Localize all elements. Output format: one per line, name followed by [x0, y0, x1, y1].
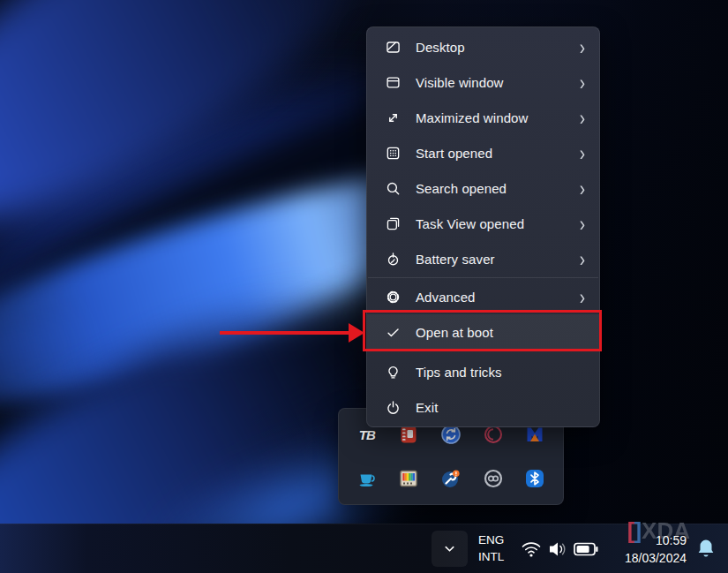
maximize-arrow-icon: [386, 110, 401, 125]
volume-icon[interactable]: [547, 539, 568, 559]
menu-item-maximized-window[interactable]: Maximized window ›: [367, 100, 599, 135]
menu-item-label: Tips and tricks: [416, 365, 585, 380]
lightbulb-icon: [386, 365, 401, 380]
menu-divider: [368, 277, 598, 278]
wifi-icon[interactable]: [521, 540, 542, 558]
menu-item-battery-saver[interactable]: Battery saver ›: [367, 241, 599, 276]
chevron-right-icon: ›: [580, 213, 585, 234]
chevron-right-icon: ›: [580, 142, 585, 163]
menu-item-label: Visible window: [416, 75, 580, 90]
repair-tool-icon[interactable]: [438, 465, 464, 492]
annotation-arrow-head: [349, 323, 364, 343]
menu-item-label: Advanced: [416, 290, 580, 305]
start-menu-icon: [386, 146, 401, 161]
taskbar: []XDA ENG INTL 10:59 18/03/2024: [0, 524, 728, 573]
chevron-right-icon: ›: [580, 72, 585, 93]
show-hidden-icons-button[interactable]: [432, 531, 468, 567]
menu-item-label: Start opened: [416, 146, 580, 161]
menu-item-exit[interactable]: Exit: [367, 389, 599, 425]
menu-item-label: Open at boot: [416, 325, 585, 340]
menu-item-label: Task View opened: [416, 216, 580, 231]
chevron-right-icon: ›: [580, 248, 585, 269]
coffee-cup-icon[interactable]: [354, 465, 380, 492]
window-icon: [386, 75, 401, 90]
menu-item-desktop[interactable]: Desktop ›: [367, 29, 599, 64]
menu-item-tips-and-tricks[interactable]: Tips and tricks: [367, 354, 599, 389]
checkmark-icon: [386, 325, 401, 340]
menu-item-open-at-boot[interactable]: Open at boot: [367, 314, 599, 351]
gear-icon: [386, 290, 401, 305]
thunderbird-icon-label: TB: [359, 427, 375, 442]
menu-item-search-opened[interactable]: Search opened ›: [367, 170, 599, 206]
creative-cloud-icon[interactable]: [480, 465, 507, 492]
bluetooth-icon[interactable]: [522, 465, 548, 492]
menu-item-advanced[interactable]: Advanced ›: [367, 279, 599, 314]
menu-item-label: Maximized window: [416, 110, 580, 125]
menu-item-label: Search opened: [416, 181, 580, 196]
chevron-right-icon: ›: [580, 107, 585, 128]
language-line1: ENG: [478, 532, 504, 549]
menu-item-task-view-opened[interactable]: Task View opened ›: [367, 206, 599, 241]
power-icon: [386, 400, 401, 415]
menu-item-label: Battery saver: [416, 252, 580, 267]
chevron-right-icon: ›: [580, 177, 585, 199]
clock-time: 10:59: [625, 532, 687, 549]
image-viewer-icon[interactable]: [395, 465, 422, 492]
notification-bell-icon[interactable]: [695, 538, 717, 561]
battery-saver-leaf-icon: [386, 252, 401, 267]
clock-date: 18/03/2024: [625, 549, 687, 567]
task-view-icon: [386, 216, 401, 231]
chevron-down-icon: [443, 542, 456, 555]
menu-item-visible-window[interactable]: Visible window ›: [367, 64, 599, 100]
search-icon: [386, 181, 401, 196]
menu-item-label: Desktop: [416, 40, 580, 55]
menu-item-start-opened[interactable]: Start opened ›: [367, 135, 599, 170]
chevron-right-icon: ›: [580, 286, 585, 307]
language-line2: INTL: [478, 549, 504, 566]
battery-icon[interactable]: [574, 542, 598, 556]
tray-context-menu: Desktop › Visible window › Maximized win…: [366, 26, 600, 427]
annotation-arrow-line: [220, 331, 351, 335]
menu-item-label: Exit: [416, 400, 585, 415]
language-indicator[interactable]: ENG INTL: [478, 532, 504, 566]
screen: TB Desktop: [0, 0, 728, 573]
chevron-right-icon: ›: [580, 36, 585, 57]
desktop-icon: [386, 40, 401, 55]
clock[interactable]: 10:59 18/03/2024: [625, 532, 687, 568]
